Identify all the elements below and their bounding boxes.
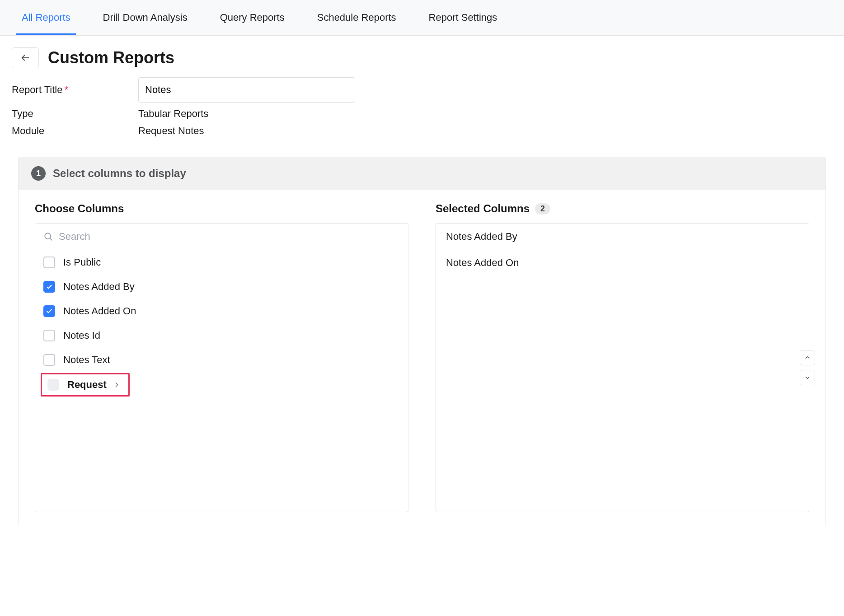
column-option-notes-id[interactable]: Notes Id: [35, 323, 408, 348]
selected-columns-panel: Selected Columns 2 Notes Added By Notes …: [436, 202, 809, 512]
column-option-request[interactable]: Request: [45, 377, 123, 392]
chevron-up-icon: [804, 355, 811, 361]
column-option-label: Notes Text: [63, 354, 110, 366]
report-form: Report Title* Type Tabular Reports Modul…: [0, 75, 844, 153]
expand-request[interactable]: Request: [67, 379, 120, 391]
svg-point-1: [45, 233, 51, 239]
module-value: Request Notes: [138, 125, 204, 137]
module-label: Module: [12, 125, 138, 137]
column-option-notes-text[interactable]: Notes Text: [35, 348, 408, 372]
search-input[interactable]: [59, 231, 400, 243]
page-title: Custom Reports: [48, 48, 174, 67]
choose-columns-list: Is Public Notes Added By Notes Added On …: [35, 223, 408, 512]
chevron-down-icon: [804, 374, 811, 381]
tab-schedule-reports[interactable]: Schedule Reports: [312, 0, 402, 35]
selected-columns-title: Selected Columns 2: [436, 202, 809, 215]
search-icon: [43, 232, 53, 242]
chevron-right-icon: [113, 381, 120, 388]
tabs-bar: All Reports Drill Down Analysis Query Re…: [0, 0, 844, 36]
column-option-is-public[interactable]: Is Public: [35, 250, 408, 275]
column-option-label: Notes Added By: [63, 281, 135, 293]
section-title: Select columns to display: [53, 167, 186, 180]
column-option-label: Notes Added On: [63, 305, 136, 317]
choose-columns-panel: Choose Columns Is Public Notes Added By …: [35, 202, 408, 512]
tab-report-settings[interactable]: Report Settings: [423, 0, 503, 35]
selected-count-badge: 2: [535, 203, 550, 215]
report-title-label: Report Title*: [12, 84, 138, 96]
move-up-button[interactable]: [800, 350, 815, 365]
column-option-label: Request: [67, 379, 107, 391]
selected-column-item[interactable]: Notes Added By: [436, 224, 809, 250]
checkbox-unchecked[interactable]: [43, 330, 55, 341]
checkbox-checked[interactable]: [43, 305, 55, 317]
checkbox-checked[interactable]: [43, 281, 55, 293]
selected-columns-list: Notes Added By Notes Added On: [436, 223, 809, 512]
checkbox-disabled: [47, 379, 59, 391]
type-label: Type: [12, 108, 138, 120]
required-indicator: *: [65, 84, 69, 95]
column-option-notes-added-on[interactable]: Notes Added On: [35, 299, 408, 323]
tab-drill-down-analysis[interactable]: Drill Down Analysis: [98, 0, 193, 35]
report-title-input[interactable]: [138, 77, 355, 103]
column-option-label: Is Public: [63, 257, 101, 268]
select-columns-section: 1 Select columns to display Choose Colum…: [18, 157, 826, 525]
checkbox-unchecked[interactable]: [43, 354, 55, 366]
column-option-notes-added-by[interactable]: Notes Added By: [35, 275, 408, 299]
type-value: Tabular Reports: [138, 108, 208, 120]
choose-columns-title: Choose Columns: [35, 202, 408, 215]
column-option-label: Notes Id: [63, 330, 100, 341]
page-header: Custom Reports: [0, 36, 844, 75]
section-header: 1 Select columns to display: [19, 157, 825, 190]
back-button[interactable]: [12, 47, 39, 68]
reorder-controls: [800, 350, 815, 385]
tab-all-reports[interactable]: All Reports: [16, 0, 76, 35]
highlighted-request-item: Request: [41, 373, 130, 397]
tab-query-reports[interactable]: Query Reports: [215, 0, 290, 35]
search-row: [35, 224, 408, 250]
selected-column-item[interactable]: Notes Added On: [436, 250, 809, 276]
step-number-badge: 1: [31, 166, 46, 181]
move-down-button[interactable]: [800, 370, 815, 385]
svg-line-2: [50, 238, 52, 240]
checkbox-unchecked[interactable]: [43, 257, 55, 268]
arrow-left-icon: [20, 53, 30, 63]
